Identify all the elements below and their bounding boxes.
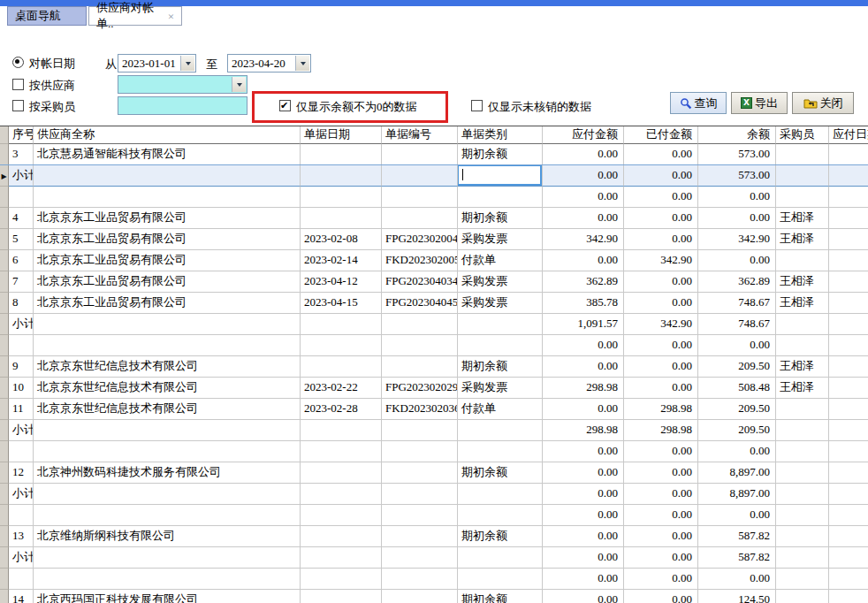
cell-supplier: 北京京东工业品贸易有限公司	[34, 208, 301, 229]
column-header-seq[interactable]: 序号	[9, 126, 34, 144]
table-row[interactable]: 13北京维纳斯纲科技有限公司期初余额0.000.00587.82	[0, 526, 868, 547]
table-row[interactable]: 6北京京东工业品贸易有限公司2023-02-14FKD202302005付款单0…	[0, 250, 868, 271]
cell-date	[301, 335, 382, 356]
purchaser-input[interactable]	[118, 96, 247, 115]
cell-balance: 8,897.00	[698, 462, 776, 484]
to-date-value: 2023-04-20	[232, 57, 286, 70]
column-header-due_date[interactable]: 应付日期	[829, 126, 868, 144]
cell-paid: 0.00	[624, 229, 698, 250]
from-date-select[interactable]: 2023-01-01	[118, 54, 196, 73]
cell-purchaser	[776, 569, 829, 590]
by-supplier-label: 按供应商	[29, 78, 75, 94]
column-header-supplier[interactable]: 供应商全称	[34, 126, 301, 144]
query-button-label: 查询	[695, 95, 718, 111]
cell-seq: 10	[9, 378, 34, 399]
table-row[interactable]: 3北京慧易通智能科技有限公司期初余额0.000.00573.00	[0, 144, 868, 165]
table-row[interactable]: 小计1,091.57342.90748.67	[0, 314, 868, 335]
table-row[interactable]: 0.000.000.00	[0, 187, 868, 208]
only-nonzero-checkbox[interactable]	[279, 100, 291, 111]
table-row[interactable]: 12北京神州数码科捷技术服务有限公司期初余额0.000.008,897.00	[0, 462, 868, 484]
cell-balance: 0.00	[698, 505, 776, 526]
cell-due_date	[829, 144, 868, 165]
table-row[interactable]: 10北京京东世纪信息技术有限公司2023-02-22FPG202302029采购…	[0, 378, 868, 399]
column-header-paid[interactable]: 已付金额	[624, 126, 698, 144]
table-header: 序号供应商全称单据日期单据编号单据类别应付金额已付金额余额采购员应付日期	[0, 126, 868, 144]
cell-doc_type	[458, 420, 543, 441]
cell-doc_no	[382, 441, 458, 462]
table-row[interactable]: 小计0.000.008,897.00	[0, 484, 868, 505]
cell-doc_type: 采购发票	[458, 271, 543, 293]
column-header-date[interactable]: 单据日期	[301, 126, 382, 144]
date-range-label: 对帐日期	[29, 56, 75, 72]
by-supplier-checkbox[interactable]	[12, 79, 24, 90]
query-button[interactable]: 查询	[670, 92, 727, 114]
tab-supplier-statement[interactable]: 供应商对帐单.. ×	[88, 6, 182, 26]
cell-payable: 342.90	[543, 229, 624, 250]
table-row[interactable]: 0.000.000.00	[0, 569, 868, 590]
chevron-down-icon[interactable]	[232, 77, 246, 92]
cell-doc_no	[382, 484, 458, 505]
cell-date	[301, 441, 382, 462]
cell-seq	[9, 569, 34, 590]
column-header-doc_type[interactable]: 单据类别	[458, 126, 543, 144]
table-row[interactable]: 4北京京东工业品贸易有限公司期初余额0.000.000.00王相泽	[0, 208, 868, 229]
cell-editor[interactable]	[458, 165, 542, 186]
table-row[interactable]: 14北京西玛国正科技发展有限公司期初余额0.000.00124.50	[0, 590, 868, 603]
cell-purchaser	[776, 314, 829, 335]
cell-balance: 748.67	[698, 293, 776, 314]
cell-purchaser: 王相泽	[776, 293, 829, 314]
export-button[interactable]: 导出	[731, 92, 788, 114]
chevron-down-icon[interactable]	[180, 56, 194, 71]
cell-balance: 0.00	[698, 441, 776, 462]
table-row[interactable]: ▶小计0.000.00573.00	[0, 165, 868, 187]
close-button[interactable]: 关闭	[792, 92, 854, 114]
cell-payable: 0.00	[543, 547, 624, 569]
cell-doc_no: FPG202304045	[382, 293, 458, 314]
cell-doc_type	[458, 335, 543, 356]
table-row[interactable]: 0.000.000.00	[0, 441, 868, 462]
column-header-doc_no[interactable]: 单据编号	[382, 126, 458, 144]
tab-desktop-nav[interactable]: 桌面导航	[7, 6, 87, 26]
chevron-down-icon[interactable]	[295, 56, 309, 71]
column-header-payable[interactable]: 应付金额	[543, 126, 624, 144]
date-range-radio[interactable]	[12, 57, 24, 68]
cell-balance: 748.67	[698, 314, 776, 335]
cell-date	[301, 462, 382, 484]
cell-date	[301, 420, 382, 441]
table-row[interactable]: 5北京京东工业品贸易有限公司2023-02-08FPG202302004采购发票…	[0, 229, 868, 250]
cell-doc_type: 期初余额	[458, 590, 543, 603]
cell-balance: 0.00	[698, 250, 776, 271]
table-row[interactable]: 8北京京东工业品贸易有限公司2023-04-15FPG202304045采购发票…	[0, 293, 868, 314]
cell-due_date	[829, 526, 868, 547]
cell-seq: 14	[9, 590, 34, 603]
only-nonzero-label: 仅显示余额不为0的数据	[296, 99, 417, 115]
column-header-purchaser[interactable]: 采购员	[776, 126, 829, 144]
cell-seq: 小计	[9, 420, 34, 441]
to-date-select[interactable]: 2023-04-20	[227, 54, 311, 73]
table-row[interactable]: 0.000.000.00	[0, 335, 868, 356]
table-row[interactable]: 7北京京东工业品贸易有限公司2023-04-12FPG202304034采购发票…	[0, 271, 868, 293]
by-purchaser-checkbox[interactable]	[12, 100, 24, 111]
close-button-label: 关闭	[820, 95, 843, 111]
table-row[interactable]: 9北京京东世纪信息技术有限公司期初余额0.000.00209.50王相泽	[0, 356, 868, 378]
cell-supplier	[34, 484, 301, 505]
table-row[interactable]: 小计298.98298.98209.50	[0, 420, 868, 441]
cell-doc_type: 采购发票	[458, 378, 543, 399]
cell-due_date	[829, 590, 868, 603]
table-row[interactable]: 0.000.000.00	[0, 505, 868, 526]
table-row[interactable]: 小计0.000.00587.82	[0, 547, 868, 569]
supplier-select[interactable]	[118, 75, 247, 94]
cell-paid: 0.00	[624, 547, 698, 569]
tab-close-icon[interactable]: ×	[168, 11, 174, 22]
column-header-balance[interactable]: 余额	[698, 126, 776, 144]
cell-balance: 0.00	[698, 208, 776, 229]
cell-doc_no	[382, 314, 458, 335]
cell-gutter	[0, 356, 9, 378]
cell-doc_no	[382, 505, 458, 526]
cell-doc_type: 付款单	[458, 399, 543, 420]
cell-purchaser	[776, 505, 829, 526]
table-row[interactable]: 11北京京东世纪信息技术有限公司2023-02-28FKD202302036付款…	[0, 399, 868, 420]
cell-purchaser	[776, 590, 829, 603]
search-icon	[680, 97, 692, 110]
only-unsettled-checkbox[interactable]	[471, 100, 483, 111]
